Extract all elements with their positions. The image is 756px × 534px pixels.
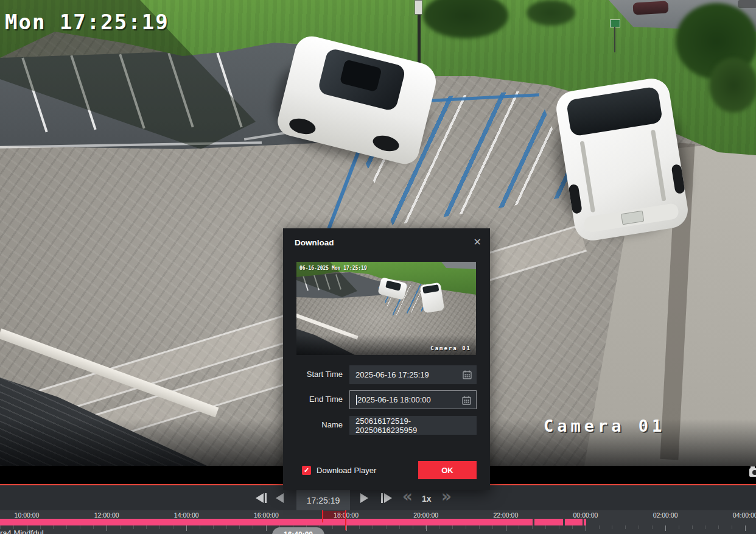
download-player-checkbox[interactable]: ✓ (302, 466, 311, 475)
name-row: Name 250616172519-20250616235959 (283, 416, 490, 435)
frame-bar-icon (265, 493, 267, 503)
timeline-hour-label: 10:00:00 (15, 511, 40, 519)
thumb-white-suv (420, 283, 445, 314)
triangle-left-icon (256, 493, 264, 503)
end-time-label: End Time (283, 395, 343, 404)
recording-segment[interactable] (534, 519, 563, 525)
name-label: Name (283, 420, 343, 429)
ok-button[interactable]: OK (418, 461, 477, 479)
clip-preview-thumbnail: 06-16-2025 Mon 17:25:19 Camera 01 (296, 262, 476, 355)
reverse-play-button[interactable] (276, 493, 284, 503)
sign-pole (614, 27, 615, 52)
recording-segment[interactable] (0, 519, 533, 525)
playback-speed-label: 1x (422, 494, 432, 504)
speed-up-button[interactable]: » (441, 490, 452, 502)
end-time-row: End Time 2025-06-16 18:00:00 (283, 390, 490, 409)
start-time-value: 2025-06-16 17:25:19 (355, 370, 429, 379)
recording-segment[interactable] (565, 519, 583, 525)
timeline-hour-label: 22:00:00 (493, 511, 518, 519)
play-icon (360, 493, 368, 503)
channel-name-label: ra4 Mindfdul (0, 529, 44, 534)
end-time-value: 2025-06-16 18:00:00 (357, 395, 431, 404)
thumb-camera-name-overlay: Camera 01 (430, 345, 471, 351)
download-dialog: Download ✕ 06-16-2025 Mon 17:25:19 Camer… (283, 228, 490, 490)
passing-car (738, 0, 756, 8)
snapshot-camera-icon[interactable] (749, 468, 756, 477)
timeline-hour-ticks (0, 525, 756, 531)
video-player-window: Mon 17:25:19 Camera 01 « » ✕ (0, 0, 756, 534)
end-time-input[interactable]: 2025-06-16 18:00:00 (349, 390, 477, 409)
passing-car (633, 1, 669, 15)
speed-down-button[interactable]: « (402, 490, 413, 502)
start-time-input[interactable]: 2025-06-16 17:25:19 (349, 365, 477, 384)
timeline-hour-label: 12:00:00 (94, 511, 119, 519)
timeline-hour-label: 16:00:00 (254, 511, 279, 519)
timeline-hour-label: 02:00:00 (653, 511, 678, 519)
text-cursor (356, 395, 357, 405)
camera-name-overlay: Camera 01 (544, 416, 665, 435)
tree (527, 0, 575, 26)
recording-timeline[interactable]: 10:00:0012:00:0014:00:0016:00:0018:00:00… (0, 510, 756, 534)
name-value: 250616172519-20250616235959 (355, 416, 471, 435)
timeline-hour-label: 20:00:00 (413, 511, 438, 519)
start-time-row: Start Time 2025-06-16 17:25:19 (283, 365, 490, 384)
timeline-hour-label: 04:00:00 (733, 511, 756, 519)
previous-frame-button[interactable] (256, 493, 267, 503)
start-time-label: Start Time (283, 370, 343, 379)
dialog-title: Download (295, 238, 334, 247)
recording-bar[interactable] (0, 519, 756, 525)
recording-segment[interactable] (584, 519, 586, 525)
timeline-hover-tooltip: 16:40:00 (272, 527, 324, 534)
timeline-hour-label: 00:00:00 (573, 511, 598, 519)
dialog-close-icon[interactable]: ✕ (474, 236, 481, 248)
current-time-display: 17:25:19 (296, 490, 350, 510)
name-input[interactable]: 250616172519-20250616235959 (349, 416, 477, 435)
play-reverse-icon (276, 493, 284, 503)
play-button[interactable] (360, 493, 368, 503)
timeline-hour-label: 14:00:00 (174, 511, 199, 519)
video-timestamp-overlay: Mon 17:25:19 (5, 10, 169, 34)
bush (709, 58, 756, 113)
frame-bar-icon (381, 493, 383, 503)
selection-start-marker[interactable] (322, 510, 323, 522)
white-suv (554, 76, 690, 243)
selection-end-marker[interactable] (345, 510, 346, 530)
next-frame-button[interactable] (381, 493, 392, 503)
calendar-icon[interactable] (462, 396, 471, 405)
download-player-label: Download Player (317, 466, 376, 475)
thumb-timestamp-overlay: 06-16-2025 Mon 17:25:19 (299, 265, 367, 271)
pole-sign (415, 0, 422, 15)
triangle-right-icon (384, 493, 392, 503)
calendar-icon[interactable] (463, 370, 472, 379)
